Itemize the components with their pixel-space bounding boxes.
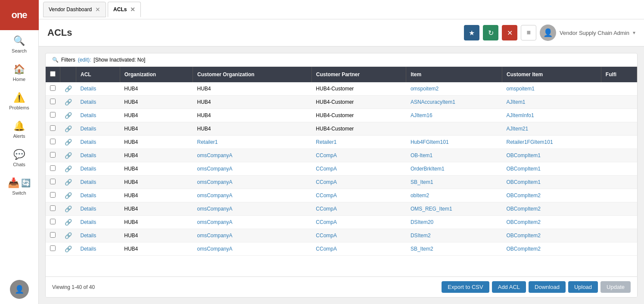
cust-org-link[interactable]: omsCompanyA — [197, 233, 233, 239]
customer-item-link[interactable]: Retailer1FGItem101 — [507, 139, 553, 145]
cust-org-link[interactable]: omsCompanyA — [197, 206, 233, 212]
details-link[interactable]: Details — [81, 99, 96, 105]
row-fulfillment-cell — [601, 96, 637, 109]
user-area[interactable]: 👤 Vendor Supply Chain Admin ▾ — [540, 25, 635, 41]
item-link[interactable]: DSItem2 — [411, 233, 431, 239]
item-link[interactable]: DSItem20 — [411, 219, 433, 225]
item-link[interactable]: OB-Item1 — [411, 152, 432, 158]
cust-partner-link[interactable]: CCompA — [316, 206, 337, 212]
details-link[interactable]: Details — [81, 112, 96, 118]
row-checkbox[interactable] — [50, 152, 56, 158]
customer-item-link[interactable]: OBCompItem1 — [507, 152, 541, 158]
sidebar-item-chats[interactable]: 💬 Chats — [0, 144, 38, 172]
refresh-button[interactable]: ↻ — [483, 25, 498, 40]
details-link[interactable]: Details — [81, 192, 96, 199]
add-acl-button[interactable]: Add ACL — [492, 281, 526, 293]
upload-button[interactable]: Upload — [568, 281, 598, 293]
row-checkbox[interactable] — [50, 245, 56, 251]
customer-item-link[interactable]: OBCompItem2 — [507, 206, 541, 212]
menu-button[interactable]: ≡ — [521, 25, 536, 40]
cust-partner-link[interactable]: CCompA — [316, 152, 337, 158]
item-link[interactable]: SB_Item2 — [411, 246, 433, 252]
cust-org-link[interactable]: omsCompanyA — [197, 192, 233, 199]
item-link[interactable]: OrderBrkItem1 — [411, 166, 445, 172]
details-link[interactable]: Details — [81, 126, 96, 132]
cust-partner-link[interactable]: CCompA — [316, 219, 337, 225]
logo[interactable]: one — [0, 0, 39, 30]
cust-org-link[interactable]: omsCompanyA — [197, 166, 233, 172]
customer-item-link[interactable]: omspoitem1 — [507, 86, 535, 92]
close-button[interactable]: ✕ — [502, 25, 517, 40]
tab-acls[interactable]: ACLs ✕ — [108, 2, 141, 17]
cust-partner-link[interactable]: Retailer1 — [316, 139, 336, 145]
row-fulfillment-cell — [601, 82, 637, 96]
cust-partner-link[interactable]: CCompA — [316, 246, 337, 252]
row-checkbox[interactable] — [50, 139, 56, 144]
cust-org-link[interactable]: omsCompanyA — [197, 219, 233, 225]
details-link[interactable]: Details — [81, 166, 96, 172]
details-link[interactable]: Details — [81, 152, 96, 158]
details-link[interactable]: Details — [81, 179, 96, 185]
item-link[interactable]: OMS_REG_Item1 — [411, 206, 452, 212]
item-link[interactable]: Hub4FGItem101 — [411, 139, 449, 145]
tab-vendor-dashboard-close[interactable]: ✕ — [95, 6, 100, 13]
cust-org-link[interactable]: omsCompanyA — [197, 152, 233, 158]
table-row: 🔗 Details HUB4 HUB4 HUB4-Customer AJItem… — [46, 109, 637, 122]
sidebar-item-switch[interactable]: 📥 🔄 Switch — [0, 172, 38, 201]
row-cust-org-cell: omsCompanyA — [193, 242, 312, 256]
star-button[interactable]: ★ — [464, 25, 479, 40]
sidebar-item-home[interactable]: 🏠 Home — [0, 59, 38, 87]
sidebar-item-search[interactable]: 🔍 Search — [0, 30, 38, 59]
customer-item-link[interactable]: OBCompItem2 — [507, 246, 541, 252]
cust-partner-link[interactable]: CCompA — [316, 179, 337, 185]
export-to-csv-button[interactable]: Export to CSV — [442, 281, 489, 293]
customer-item-link[interactable]: AJItem21 — [507, 126, 529, 132]
row-checkbox[interactable] — [50, 219, 56, 224]
tab-vendor-dashboard[interactable]: Vendor Dashboard ✕ — [43, 2, 106, 17]
tab-acls-close[interactable]: ✕ — [130, 6, 135, 13]
cust-partner-link[interactable]: CCompA — [316, 233, 337, 239]
row-checkbox[interactable] — [50, 165, 56, 171]
row-checkbox[interactable] — [50, 85, 56, 91]
customer-item-link[interactable]: AJItem1 — [507, 99, 526, 105]
item-link[interactable]: ASNAccuracyItem1 — [411, 99, 455, 105]
cust-org-link[interactable]: Retailer1 — [197, 139, 218, 145]
item-link[interactable]: AJItem16 — [411, 112, 432, 118]
row-checkbox[interactable] — [50, 192, 56, 198]
sidebar-avatar-area[interactable]: 👤 — [10, 280, 29, 304]
row-org-cell: HUB4 — [120, 242, 193, 256]
item-link[interactable]: obItem2 — [411, 192, 429, 199]
item-link[interactable]: omspoitem2 — [411, 86, 439, 92]
row-checkbox[interactable] — [50, 179, 56, 184]
customer-item-link[interactable]: OBCompItem2 — [507, 192, 541, 199]
details-link[interactable]: Details — [81, 219, 96, 225]
cust-partner-link[interactable]: CCompA — [316, 166, 337, 172]
customer-item-link[interactable]: OBCompItem1 — [507, 166, 541, 172]
details-link[interactable]: Details — [81, 206, 96, 212]
cust-org-link[interactable]: omsCompanyA — [197, 179, 233, 185]
filters-edit-link[interactable]: (edit): — [78, 57, 91, 63]
cust-partner-link[interactable]: CCompA — [316, 192, 337, 199]
download-button[interactable]: Download — [529, 281, 566, 293]
row-checkbox[interactable] — [50, 125, 56, 131]
cust-org-link[interactable]: omsCompanyA — [197, 246, 233, 252]
details-link[interactable]: Details — [81, 246, 96, 252]
row-item-cell: obItem2 — [406, 189, 502, 202]
details-link[interactable]: Details — [81, 139, 96, 145]
select-all-checkbox[interactable] — [50, 71, 56, 77]
row-checkbox[interactable] — [50, 205, 56, 211]
sidebar-item-alerts[interactable]: 🔔 Alerts — [0, 115, 38, 144]
item-link[interactable]: SB_Item1 — [411, 179, 433, 185]
details-link[interactable]: Details — [81, 233, 96, 239]
row-checkbox[interactable] — [50, 112, 56, 118]
customer-item-link[interactable]: AJItemInfo1 — [507, 112, 534, 118]
details-link[interactable]: Details — [81, 86, 96, 92]
customer-item-link[interactable]: OBCompItem2 — [507, 233, 541, 239]
row-checkbox[interactable] — [50, 99, 56, 104]
sidebar-item-problems[interactable]: ⚠️ Problems — [0, 87, 38, 115]
row-cust-item-cell: OBCompItem2 — [502, 229, 601, 242]
customer-item-link[interactable]: OBCompItem2 — [507, 219, 541, 225]
customer-item-link[interactable]: OBCompItem1 — [507, 179, 541, 185]
update-button[interactable]: Update — [600, 281, 631, 293]
row-checkbox[interactable] — [50, 232, 56, 238]
